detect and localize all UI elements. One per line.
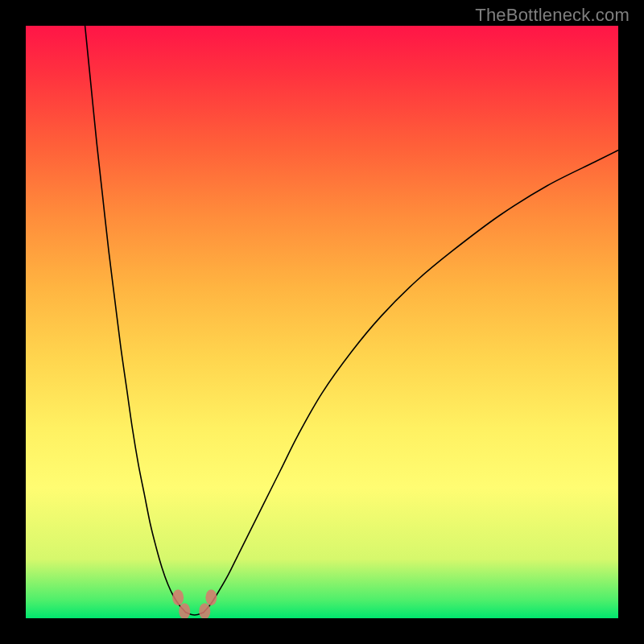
valley-marker: [205, 589, 217, 605]
valley-marker: [172, 589, 184, 605]
bottleneck-curve: [85, 26, 618, 615]
watermark-text: TheBottleneck.com: [475, 5, 630, 26]
curve-svg: [26, 26, 618, 618]
valley-marker: [199, 603, 210, 618]
valley-marker: [179, 603, 190, 618]
outer-frame: TheBottleneck.com: [0, 0, 644, 644]
plot-area: [26, 26, 618, 618]
